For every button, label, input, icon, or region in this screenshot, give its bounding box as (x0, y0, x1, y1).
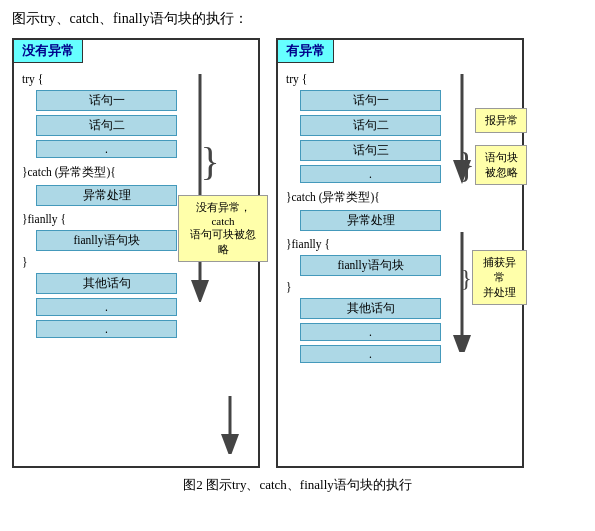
right-diagram-box: 有异常 try { 话句一 话句二 话句三 . }catch (异常类型){ (276, 38, 524, 468)
left-arrow-2 (220, 394, 240, 458)
left-brace-annotation: } (200, 142, 219, 182)
right-stmt-2: 话句二 (300, 115, 441, 136)
left-annotation: 没有异常，catch 语句可块被忽略 (178, 195, 268, 262)
right-other-stmt: 其他话句 (300, 298, 441, 319)
left-diagram: 没有异常 try { 话句一 话句二 . }catch (异常类型){ 异常处理 (12, 38, 260, 468)
right-try-header: try { (286, 72, 441, 86)
right-stmt-1: 话句一 (300, 90, 441, 111)
caption: 图2 图示try、catch、finally语句块的执行 (12, 476, 583, 494)
right-arrows (447, 72, 477, 363)
left-dot-3: . (36, 320, 177, 338)
left-other-stmt: 其他话句 (36, 273, 177, 294)
right-dot-1: . (300, 165, 441, 183)
left-diagram-title: 没有异常 (13, 39, 83, 63)
left-try-header: try { (22, 72, 177, 86)
left-close-brace: } (22, 255, 177, 269)
left-dot-1: . (36, 140, 177, 158)
right-catch-stmt: 异常处理 (300, 210, 441, 231)
right-catch-annotation: } 捕获异常 并处理 (460, 250, 527, 305)
right-finally-stmt: fianlly语句块 (300, 255, 441, 276)
right-main-arrow (452, 72, 472, 352)
right-catch-header: }catch (异常类型){ (286, 189, 441, 206)
right-dot-3: . (300, 345, 441, 363)
right-diagram: 有异常 try { 话句一 话句二 话句三 . }catch (异常类型){ (276, 38, 524, 468)
left-stmt-2: 话句二 (36, 115, 177, 136)
left-finally-stmt: fianlly语句块 (36, 230, 177, 251)
right-stmt-3: 话句三 (300, 140, 441, 161)
title-line: 图示try、catch、finally语句块的执行： (12, 10, 583, 28)
right-diagram-title: 有异常 (277, 39, 334, 63)
left-dot-2: . (36, 298, 177, 316)
right-exception-annotation: 报异常 (475, 108, 527, 133)
right-close-brace: } (286, 280, 441, 294)
right-ignored-annotation: } 语句块 被忽略 (458, 145, 527, 185)
left-diagram-box: 没有异常 try { 话句一 话句二 . }catch (异常类型){ 异常处理 (12, 38, 260, 468)
left-stmt-1: 话句一 (36, 90, 177, 111)
left-catch-header: }catch (异常类型){ (22, 164, 177, 181)
right-finally-header: }fianlly { (286, 237, 441, 251)
left-catch-stmt: 异常处理 (36, 185, 177, 206)
right-dot-2: . (300, 323, 441, 341)
left-code-column: try { 话句一 话句二 . }catch (异常类型){ 异常处理 }fia… (22, 72, 177, 342)
right-code-column: try { 话句一 话句二 话句三 . }catch (异常类型){ 异常处理 … (286, 72, 441, 363)
left-finally-header: }fianlly { (22, 212, 177, 226)
left-arrow-1 (190, 72, 210, 302)
